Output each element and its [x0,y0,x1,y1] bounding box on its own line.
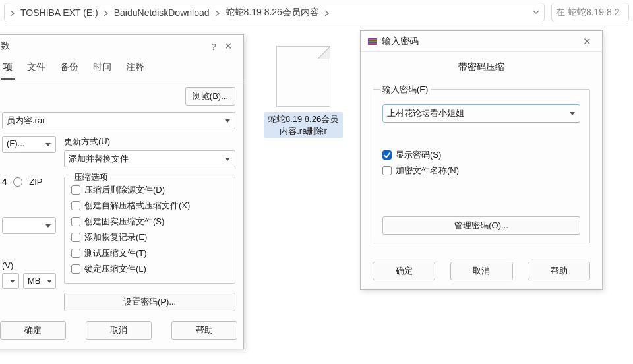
tabs: 项 文件 备份 时间 注释 [0,57,243,80]
close-icon[interactable]: ✕ [579,36,595,47]
split-size-select[interactable] [2,273,19,289]
password-input[interactable]: 上村花论坛看小姐姐 [382,104,580,123]
breadcrumb-bar: TOSHIBA EXT (E:) BaiduNetdiskDownload 蛇蛇… [0,0,633,25]
password-label: 输入密码(E) [380,84,431,96]
chevron-down-icon[interactable] [532,7,540,18]
chevron-right-icon [212,7,223,18]
opt-solid-checkbox[interactable] [71,217,80,226]
svg-rect-2 [369,41,377,42]
password-dialog-title-bar: 输入密码 ✕ [361,31,602,52]
archive-params-dialog: 数 ? ✕ 项 文件 备份 时间 注释 浏览(B)... 员内容.rar (F)… [0,34,244,349]
dialog-title-bar: 数 ? ✕ [0,35,243,57]
archive-name-input[interactable]: 员内容.rar [2,112,235,129]
manage-passwords-button[interactable]: 管理密码(O)... [382,216,580,235]
update-mode-label: 更新方式(U) [64,136,235,148]
search-placeholder-text: 在 蛇蛇8.19 8.2 [556,7,620,18]
ok-button[interactable]: 确定 [373,262,435,280]
format-zip-label: ZIP [29,177,42,187]
opt-lock-checkbox[interactable] [71,264,80,274]
compression-select[interactable] [2,217,56,234]
opt-sfx-checkbox[interactable] [71,201,80,210]
password-dialog: 输入密码 ✕ 带密码压缩 输入密码(E) 上村花论坛看小姐姐 显示密码(S) 加… [360,30,603,290]
cancel-button[interactable]: 取消 [450,262,513,280]
svg-rect-1 [369,39,377,40]
tab-time[interactable]: 时间 [90,57,114,80]
tab-files[interactable]: 文件 [24,57,48,80]
cancel-button[interactable]: 取消 [86,321,152,340]
chevron-right-icon [101,7,111,18]
crumb-0[interactable]: TOSHIBA EXT (E:) [18,7,101,18]
file-icon [276,46,330,107]
tab-general[interactable]: 项 [1,57,15,80]
opt-test-checkbox[interactable] [71,249,80,258]
help-button[interactable]: 帮助 [171,321,237,340]
file-item[interactable]: 蛇蛇8.19 8.26会员内容.ra删除r [264,46,343,138]
set-password-button[interactable]: 设置密码(P)... [64,293,235,311]
winrar-icon [367,36,378,47]
close-icon[interactable]: ✕ [220,40,237,52]
svg-rect-3 [369,43,377,44]
tab-comment[interactable]: 注释 [123,57,147,80]
show-password-checkbox[interactable] [382,150,392,160]
format-zip-radio[interactable] [13,177,22,187]
tab-backup[interactable]: 备份 [57,57,81,80]
crumb-1[interactable]: BaiduNetdiskDownload [111,7,212,18]
opt-recovery-checkbox[interactable] [71,233,80,242]
help-button[interactable]: 帮助 [528,262,590,280]
crumb-2[interactable]: 蛇蛇8.19 8.26会员内容 [223,7,322,18]
chevron-right-icon [322,7,332,18]
format-rar4-label: 4 [2,177,7,187]
password-fieldset: 输入密码(E) 上村花论坛看小姐姐 显示密码(S) 加密文件名称(N) 管理密码… [373,89,590,243]
opt-delete-after-checkbox[interactable] [71,185,80,195]
format-select-left[interactable]: (F)... [2,136,56,153]
breadcrumb[interactable]: TOSHIBA EXT (E:) BaiduNetdiskDownload 蛇蛇… [4,3,545,22]
encrypt-names-checkbox[interactable] [382,166,392,175]
password-dialog-title: 输入密码 [382,36,419,47]
help-icon[interactable]: ? [207,41,220,52]
chevron-right-icon [7,7,18,18]
split-label: (V) [2,260,56,270]
password-subtitle: 带密码压缩 [373,61,590,73]
search-input[interactable]: 在 蛇蛇8.19 8.2 [551,3,629,22]
browse-button[interactable]: 浏览(B)... [185,87,235,106]
compress-options-legend: 压缩选项 [71,171,111,183]
update-mode-select[interactable]: 添加并替换文件 [64,150,235,167]
dialog-title-text: 数 [1,40,10,52]
split-unit-select[interactable]: MB [23,273,56,289]
file-caption: 蛇蛇8.19 8.26会员内容.ra删除r [264,112,343,138]
ok-button[interactable]: 确定 [0,321,66,340]
